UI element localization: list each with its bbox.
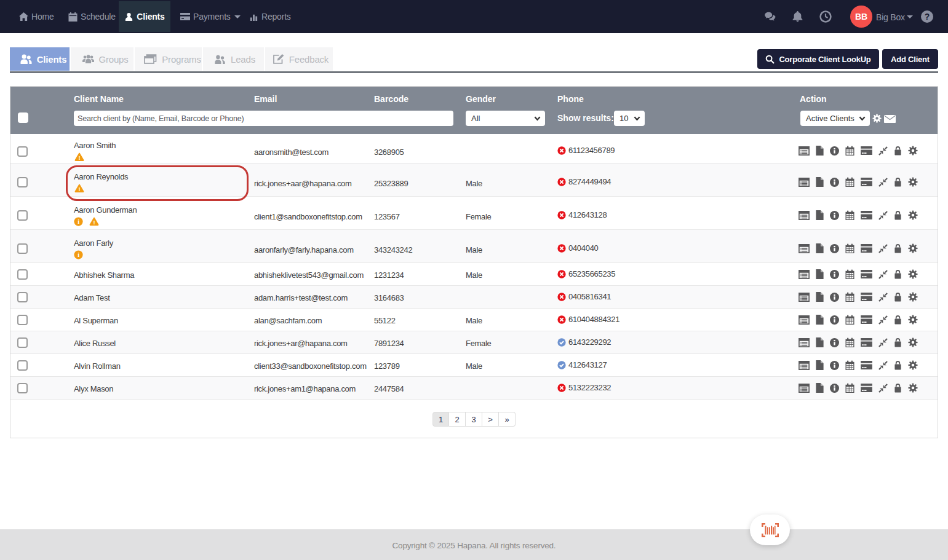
svg-text:!: ! [79,155,81,161]
svg-text:!: ! [94,219,95,226]
svg-text:i: i [78,251,79,258]
svg-text:?: ? [925,12,930,22]
svg-text:i: i [78,218,79,225]
